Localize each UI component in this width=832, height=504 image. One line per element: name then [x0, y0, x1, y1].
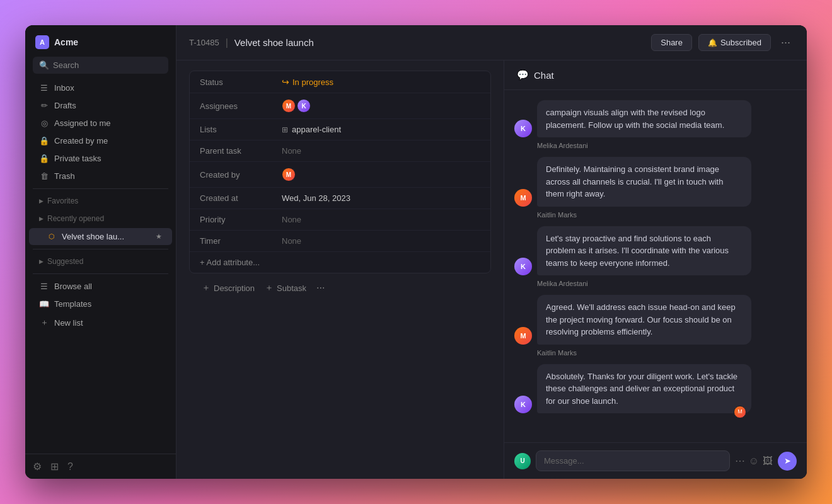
attr-label-lists: Lists	[200, 125, 282, 134]
sidebar-item-velvet[interactable]: ⬡ Velvet shoe lau... ★	[29, 228, 172, 245]
sidebar-item-templates[interactable]: 📖 Templates	[29, 295, 172, 312]
message-group: M Definitely. Maintaining a consistent b…	[514, 157, 797, 219]
message-avatar: M	[514, 189, 532, 207]
emoji-icon[interactable]: ☺	[749, 455, 759, 467]
message-row: K Absolutely. Thanks for your diligent w…	[514, 364, 797, 414]
sidebar-footer: ⚙ ⊞ ?	[25, 454, 176, 479]
sidebar-item-label: Drafts	[54, 101, 76, 110]
attachment-icon[interactable]: 🖼	[763, 455, 773, 467]
sidebar-item-trash[interactable]: 🗑 Trash	[29, 168, 172, 185]
sidebar-item-label: Private tasks	[54, 154, 101, 163]
trash-icon: 🗑	[39, 171, 49, 181]
attr-label-assignees: Assignees	[200, 101, 282, 111]
sidebar-item-browse[interactable]: ☰ Browse all	[29, 278, 172, 295]
task-attributes: Status ↪ In progress Assignees M K	[189, 71, 491, 273]
suggested-section[interactable]: ▶ Suggested	[29, 253, 172, 270]
task-panel: Status ↪ In progress Assignees M K	[176, 60, 504, 479]
attr-label-created-by: Created by	[200, 170, 282, 180]
sidebar-item-label: Created by me	[54, 136, 108, 146]
sidebar-item-label: Assigned to me	[54, 118, 111, 128]
workspace-name: Acme	[54, 37, 78, 47]
message-row: K campaign visuals align with the revise…	[514, 100, 797, 137]
sidebar-item-assigned[interactable]: ◎ Assigned to me	[29, 115, 172, 132]
attr-row-parent: Parent task None	[190, 140, 490, 162]
sidebar-item-private[interactable]: 🔒 Private tasks	[29, 150, 172, 167]
task-title: Velvet shoe launch	[234, 37, 314, 48]
created-by-value[interactable]: M	[282, 168, 293, 181]
reaction-avatar: M	[734, 406, 746, 418]
lists-value[interactable]: ⊞ apparel-client	[282, 125, 341, 134]
more-actions-button[interactable]: ···	[316, 282, 325, 294]
chat-panel: 💬 Chat K campaign visuals align with the…	[504, 60, 807, 479]
favorites-section[interactable]: ▶ Favorites	[29, 193, 172, 209]
subscribed-button[interactable]: 🔔 Subscribed	[698, 34, 771, 51]
status-text: In progress	[292, 77, 333, 87]
sidebar: A Acme 🔍 Search ☰ Inbox ✏ Drafts ◎ Assig…	[25, 25, 176, 479]
message-input[interactable]	[536, 450, 730, 471]
sidebar-header: A Acme	[25, 25, 176, 54]
add-subtask-button[interactable]: ＋ Subtask	[265, 282, 306, 294]
search-bar[interactable]: 🔍 Search	[33, 57, 168, 74]
add-description-button[interactable]: ＋ Description	[202, 282, 255, 294]
help-icon[interactable]: ?	[67, 461, 73, 472]
attr-row-priority: Priority None	[190, 209, 490, 231]
parent-value: None	[282, 146, 301, 156]
chevron-right-icon: ▶	[39, 258, 43, 265]
message-text: campaign visuals align with the revised …	[546, 108, 724, 130]
share-button[interactable]: Share	[651, 34, 692, 51]
recently-opened-label: Recently opened	[47, 214, 104, 223]
private-icon: 🔒	[39, 154, 49, 163]
recently-opened-section[interactable]: ▶ Recently opened	[29, 210, 172, 227]
chat-messages: K campaign visuals align with the revise…	[504, 90, 807, 442]
assignee-avatar-1: M	[282, 99, 296, 113]
message-bubble: campaign visuals align with the revised …	[537, 100, 751, 137]
assignees-value[interactable]: M K	[282, 99, 308, 113]
attr-row-created-at: Created at Wed, Jun 28, 2023	[190, 188, 490, 209]
more-icon[interactable]: ⋯	[735, 455, 745, 467]
more-options-button[interactable]: ···	[777, 35, 794, 50]
attr-label-priority: Priority	[200, 215, 282, 224]
breadcrumb-sep: |	[226, 37, 228, 49]
message-avatar: K	[514, 258, 532, 275]
inbox-icon: ☰	[39, 83, 49, 93]
message-row: M Definitely. Maintaining a consistent b…	[514, 157, 797, 207]
add-icon[interactable]: ⊞	[50, 461, 59, 472]
divider	[33, 188, 168, 189]
list-icon: ⊞	[282, 125, 288, 134]
divider3	[33, 273, 168, 274]
status-value[interactable]: ↪ In progress	[282, 77, 333, 87]
message-group: K Let's stay proactive and find solution…	[514, 226, 797, 288]
new-list-label: New list	[54, 318, 83, 328]
attr-row-status: Status ↪ In progress	[190, 71, 490, 93]
settings-icon[interactable]: ⚙	[33, 461, 42, 472]
header-actions: Share 🔔 Subscribed ···	[651, 34, 794, 51]
message-sender: Melika Ardestani	[537, 280, 797, 287]
main-content: T-10485 | Velvet shoe launch Share 🔔 Sub…	[176, 25, 807, 479]
message-text: Absolutely. Thanks for your diligent wor…	[546, 372, 737, 406]
send-button[interactable]: ➤	[778, 452, 797, 471]
suggested-label: Suggested	[47, 257, 83, 266]
task-id: T-10485	[189, 38, 219, 47]
chat-title: Chat	[534, 70, 554, 81]
message-sender: Kaitlin Marks	[537, 211, 797, 219]
drafts-icon: ✏	[39, 101, 49, 110]
current-user-avatar: U	[514, 453, 531, 469]
send-icon: ➤	[784, 456, 791, 466]
message-bubble: Let's stay proactive and find solutions …	[537, 226, 751, 276]
timer-value: None	[282, 236, 301, 246]
sidebar-item-inbox[interactable]: ☰ Inbox	[29, 79, 172, 96]
bell-icon: 🔔	[708, 38, 717, 47]
subtask-label: Subtask	[277, 284, 306, 293]
message-sender: Melika Ardestani	[537, 142, 797, 149]
message-group: K Absolutely. Thanks for your diligent w…	[514, 364, 797, 414]
add-attribute-btn[interactable]: + Add attribute...	[190, 252, 490, 273]
app-window: A Acme 🔍 Search ☰ Inbox ✏ Drafts ◎ Assig…	[25, 25, 807, 479]
sidebar-item-new-list[interactable]: ＋ New list	[29, 313, 172, 332]
attr-label-parent: Parent task	[200, 146, 282, 156]
sidebar-item-created[interactable]: 🔒 Created by me	[29, 132, 172, 149]
browse-label: Browse all	[54, 282, 92, 291]
plus-icon: ＋	[202, 282, 211, 294]
attr-row-assignees: Assignees M K	[190, 93, 490, 119]
chevron-right-icon: ▶	[39, 215, 43, 222]
sidebar-item-drafts[interactable]: ✏ Drafts	[29, 97, 172, 114]
